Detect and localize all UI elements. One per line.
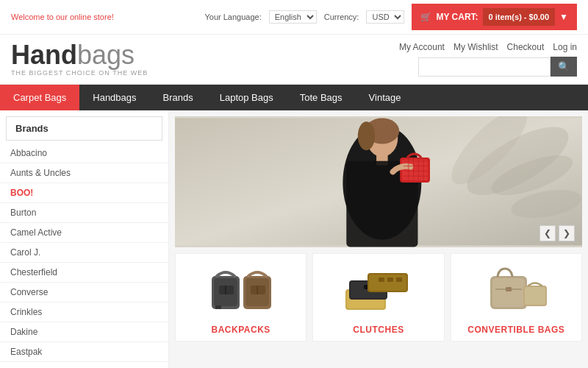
sidebar-item-crinkles[interactable]: Crinkles xyxy=(0,302,168,322)
product-card-backpacks[interactable]: BACKPACKS xyxy=(175,253,306,342)
currency-label: Currency: xyxy=(324,13,359,21)
header: Handbags THE BIGGEST CHOICE ON THE WEB M… xyxy=(0,35,588,85)
language-label: Your Language: xyxy=(204,13,261,21)
my-account-link[interactable]: My Account xyxy=(399,42,445,52)
logo-bags: bags xyxy=(77,40,135,70)
logo: Handbags THE BIGGEST CHOICE ON THE WEB xyxy=(11,42,148,77)
sidebar-item-chesterfield[interactable]: Chesterfield xyxy=(0,263,168,283)
search-input[interactable] xyxy=(418,57,551,77)
sidebar-title: Brands xyxy=(6,116,162,141)
cart-dropdown-arrow: ▼ xyxy=(559,12,568,22)
banner-prev-arrow[interactable]: ❮ xyxy=(539,225,556,241)
login-link[interactable]: Log in xyxy=(553,42,577,52)
cart-label: MY CART: xyxy=(436,12,478,22)
nav-item-carpet-bags[interactable]: Carpet Bags xyxy=(0,85,79,110)
svg-rect-40 xyxy=(396,277,402,282)
welcome-text: Welcome to our online store! xyxy=(11,13,114,21)
clutches-image xyxy=(319,261,437,320)
product-grid: BACKPACKS xyxy=(175,253,582,342)
cart-items-count: 0 item(s) - $0.00 xyxy=(483,8,556,26)
sidebar-item-aunts[interactable]: Aunts & Uncles xyxy=(0,163,168,183)
banner-arrows: ❮ ❯ xyxy=(539,225,575,241)
sidebar-item-eastpak[interactable]: Eastpak xyxy=(0,342,168,362)
language-select[interactable]: English xyxy=(269,10,317,24)
search-bar: 🔍 xyxy=(418,57,577,77)
sidebar-item-camel[interactable]: Camel Active xyxy=(0,223,168,243)
nav-item-handbags[interactable]: Handbags xyxy=(79,85,149,110)
convertible-image xyxy=(457,261,576,320)
product-card-clutches[interactable]: CLUTCHES xyxy=(312,253,444,342)
sidebar-item-boo[interactable]: BOO! xyxy=(0,183,168,203)
banner-next-arrow[interactable]: ❯ xyxy=(559,225,575,241)
top-bar-right: Your Language: English Currency: USD 🛒 M… xyxy=(204,4,577,30)
right-panel: ❮ ❯ xyxy=(169,110,588,368)
convertible-label: CONVERTIBLE BAGS xyxy=(467,325,564,335)
svg-rect-28 xyxy=(251,286,265,294)
svg-rect-46 xyxy=(525,287,545,305)
header-right: My Account My Wishlist Checkout Log in 🔍 xyxy=(399,42,577,77)
product-card-convertible[interactable]: CONVERTIBLE BAGS xyxy=(451,253,582,342)
logo-tagline: THE BIGGEST CHOICE ON THE WEB xyxy=(11,70,148,77)
cart-icon: 🛒 xyxy=(420,12,431,22)
main-content: Brands Abbacino Aunts & Uncles BOO! Burt… xyxy=(0,110,588,368)
sidebar-item-abbacino[interactable]: Abbacino xyxy=(0,144,168,163)
my-wishlist-link[interactable]: My Wishlist xyxy=(453,42,498,52)
nav-item-brands[interactable]: Brands xyxy=(150,85,207,110)
sidebar-item-burton[interactable]: Burton xyxy=(0,203,168,223)
header-links: My Account My Wishlist Checkout Log in xyxy=(399,42,577,52)
logo-hand: Hand xyxy=(11,40,77,70)
svg-rect-39 xyxy=(387,277,393,282)
sidebar-item-carol[interactable]: Carol J. xyxy=(0,243,168,263)
nav-item-laptop-bags[interactable]: Laptop Bags xyxy=(207,85,287,110)
currency-select[interactable]: USD xyxy=(366,10,404,24)
backpacks-image xyxy=(182,261,300,320)
banner-image xyxy=(175,116,582,247)
svg-rect-37 xyxy=(369,275,406,291)
logo-text: Handbags xyxy=(11,42,148,68)
clutches-label: CLUTCHES xyxy=(353,325,404,335)
svg-rect-42 xyxy=(492,278,525,307)
svg-rect-23 xyxy=(219,286,234,294)
svg-rect-12 xyxy=(402,160,428,180)
backpacks-label: BACKPACKS xyxy=(212,325,270,335)
svg-point-8 xyxy=(358,121,375,150)
nav-item-vintage[interactable]: Vintage xyxy=(356,85,415,110)
sidebar-item-dakine[interactable]: Dakine xyxy=(0,322,168,342)
svg-rect-25 xyxy=(215,305,221,309)
sidebar-item-ellington[interactable]: Ellington xyxy=(0,362,168,368)
sidebar-item-converse[interactable]: Converse xyxy=(0,283,168,302)
main-nav: Carpet Bags Handbags Brands Laptop Bags … xyxy=(0,85,588,110)
svg-rect-44 xyxy=(506,287,512,291)
sidebar: Brands Abbacino Aunts & Uncles BOO! Burt… xyxy=(0,110,169,368)
search-button[interactable]: 🔍 xyxy=(551,57,577,77)
svg-rect-38 xyxy=(379,277,384,282)
checkout-link[interactable]: Checkout xyxy=(507,42,545,52)
top-bar: Welcome to our online store! Your Langua… xyxy=(0,0,588,35)
hero-banner: ❮ ❯ xyxy=(175,116,582,247)
nav-item-tote-bags[interactable]: Tote Bags xyxy=(287,85,356,110)
cart-button[interactable]: 🛒 MY CART: 0 item(s) - $0.00 ▼ xyxy=(412,4,577,30)
